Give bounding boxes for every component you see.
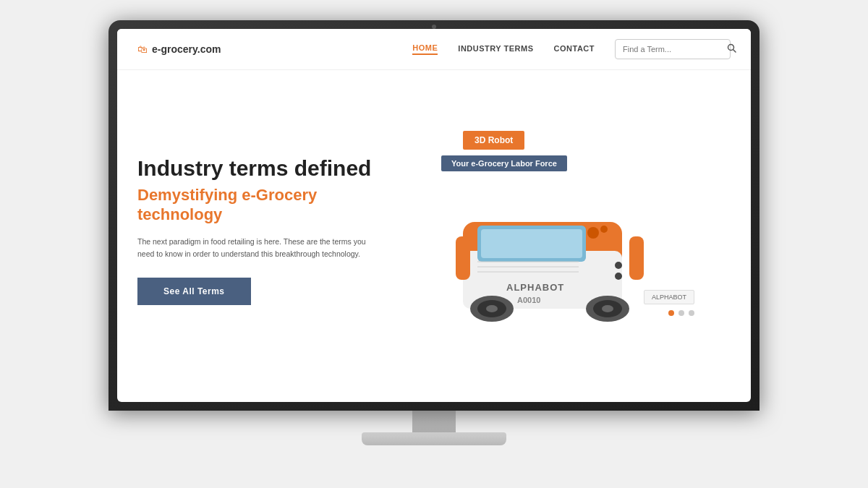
cta-button[interactable]: See All Terms xyxy=(137,278,251,305)
hero-right: 3D Robot Your e-Grocery Labor Force xyxy=(412,131,731,330)
monitor-bezel: 🛍 e-grocery.com HOME INDUSTRY TERMS CONT… xyxy=(109,20,760,411)
monitor-base xyxy=(362,432,506,445)
svg-point-17 xyxy=(587,227,599,239)
svg-rect-8 xyxy=(629,236,644,280)
svg-line-1 xyxy=(733,49,736,52)
svg-text:ALPHABOT: ALPHABOT xyxy=(506,282,564,293)
robot-illustration: ALPHABOT A0010 xyxy=(441,164,673,330)
svg-point-14 xyxy=(602,305,613,312)
slide-area: ALPHABOT xyxy=(644,290,694,316)
hero-description: The next paradigm in food retailing is h… xyxy=(137,236,369,260)
nav-link-home[interactable]: HOME xyxy=(412,43,438,55)
hero-left: Industry terms defined Demystifying e-Gr… xyxy=(137,155,412,304)
slide-dots xyxy=(668,310,694,316)
search-icon xyxy=(727,43,736,55)
svg-point-19 xyxy=(615,262,622,269)
nav-link-industry-terms[interactable]: INDUSTRY TERMS xyxy=(458,44,533,54)
search-box[interactable] xyxy=(615,39,731,59)
nav-link-contact[interactable]: CONTACT xyxy=(554,44,595,54)
search-input[interactable] xyxy=(623,45,723,53)
slide-label: ALPHABOT xyxy=(644,290,694,304)
hero-section: Industry terms defined Demystifying e-Gr… xyxy=(117,70,751,374)
robot-badge: 3D Robot xyxy=(463,131,524,150)
logo-area: 🛍 e-grocery.com xyxy=(137,43,221,55)
hero-title-main: Industry terms defined xyxy=(137,155,412,181)
svg-point-20 xyxy=(615,273,622,280)
svg-rect-7 xyxy=(456,236,470,280)
slide-dot-3[interactable] xyxy=(689,310,694,316)
slide-dot-1[interactable] xyxy=(668,310,674,316)
slide-dot-2[interactable] xyxy=(678,310,684,316)
svg-rect-6 xyxy=(481,229,582,258)
svg-point-18 xyxy=(600,226,608,233)
nav-links: HOME INDUSTRY TERMS CONTACT xyxy=(412,43,595,55)
camera-dot xyxy=(432,25,436,29)
logo-icon: 🛍 xyxy=(137,43,148,55)
screen: 🛍 e-grocery.com HOME INDUSTRY TERMS CONT… xyxy=(117,29,751,402)
logo-text: e-grocery.com xyxy=(152,43,221,55)
svg-point-11 xyxy=(486,305,498,312)
monitor-wrapper: 🛍 e-grocery.com HOME INDUSTRY TERMS CONT… xyxy=(109,20,760,468)
hero-title-sub: Demystifying e-Grocery technology xyxy=(137,186,412,224)
svg-text:A0010: A0010 xyxy=(517,296,540,304)
monitor-neck xyxy=(412,411,456,432)
site-header: 🛍 e-grocery.com HOME INDUSTRY TERMS CONT… xyxy=(117,29,751,70)
